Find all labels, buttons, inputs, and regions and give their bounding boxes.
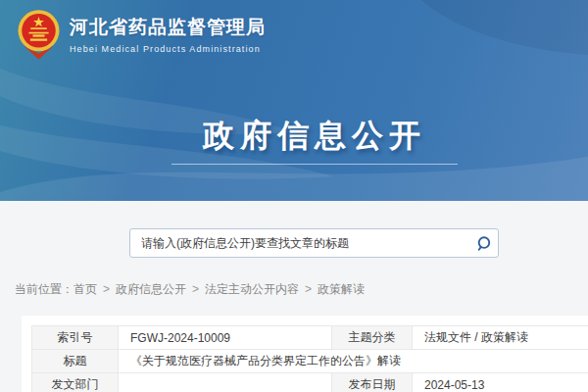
field-value-publish-date: 2024-05-13 xyxy=(413,373,588,392)
hero-banner: 河北省药品监督管理局 Hebei Medical Products Admini… xyxy=(0,0,588,201)
breadcrumb: 当前位置：首页>政府信息公开>法定主动公开内容>政策解读 xyxy=(15,281,365,298)
document-info-card: 索引号 FGWJ-2024-10009 主题分类 法规文件 / 政策解读 标题 … xyxy=(22,316,588,392)
document-info-table: 索引号 FGWJ-2024-10009 主题分类 法规文件 / 政策解读 标题 … xyxy=(31,325,588,392)
field-label-publish-date: 发布日期 xyxy=(332,373,413,392)
field-value-index-number: FGWJ-2024-10009 xyxy=(119,326,332,350)
content-area: 当前位置：首页>政府信息公开>法定主动公开内容>政策解读 索引号 FGWJ-20… xyxy=(0,201,588,392)
field-value-issuing-department xyxy=(119,373,332,392)
breadcrumb-link-home[interactable]: 首页 xyxy=(74,282,97,296)
breadcrumb-link-policy-interpretation[interactable]: 政策解读 xyxy=(318,282,365,296)
field-label-index-number: 索引号 xyxy=(32,326,119,350)
site-header-logo[interactable]: 河北省药品监督管理局 Hebei Medical Products Admini… xyxy=(17,9,266,60)
site-titles: 河北省药品监督管理局 Hebei Medical Products Admini… xyxy=(70,15,266,54)
field-value-title: 《关于规范医疗器械产品分类界定工作的公告》解读 xyxy=(119,350,588,373)
search-box[interactable] xyxy=(129,228,499,258)
breadcrumb-link-gov-info[interactable]: 政府信息公开 xyxy=(116,282,186,296)
site-title: 河北省药品监督管理局 xyxy=(70,15,266,40)
table-row: 发文部门 发布日期 2024-05-13 xyxy=(32,373,588,392)
search-input[interactable] xyxy=(130,229,468,257)
page-title: 政府信息公开 xyxy=(203,115,426,158)
field-value-topic-category: 法规文件 / 政策解读 xyxy=(413,326,588,350)
banner-underline xyxy=(172,164,458,165)
breadcrumb-separator: > xyxy=(192,282,199,296)
site-subtitle: Hebei Medical Products Administration xyxy=(70,44,266,54)
breadcrumb-prefix: 当前位置： xyxy=(15,282,74,296)
field-label-topic-category: 主题分类 xyxy=(332,326,413,350)
breadcrumb-link-statutory-disclosure[interactable]: 法定主动公开内容 xyxy=(205,282,299,296)
field-label-issuing-department: 发文部门 xyxy=(32,373,119,392)
national-emblem-icon xyxy=(17,9,61,60)
breadcrumb-separator: > xyxy=(305,282,312,296)
table-row: 索引号 FGWJ-2024-10009 主题分类 法规文件 / 政策解读 xyxy=(32,326,588,350)
search-icon[interactable] xyxy=(468,229,498,257)
field-label-title: 标题 xyxy=(32,350,119,373)
table-row: 标题 《关于规范医疗器械产品分类界定工作的公告》解读 xyxy=(32,350,588,373)
banner-title-wrap: 政府信息公开 xyxy=(0,115,588,158)
breadcrumb-separator: > xyxy=(103,282,110,296)
